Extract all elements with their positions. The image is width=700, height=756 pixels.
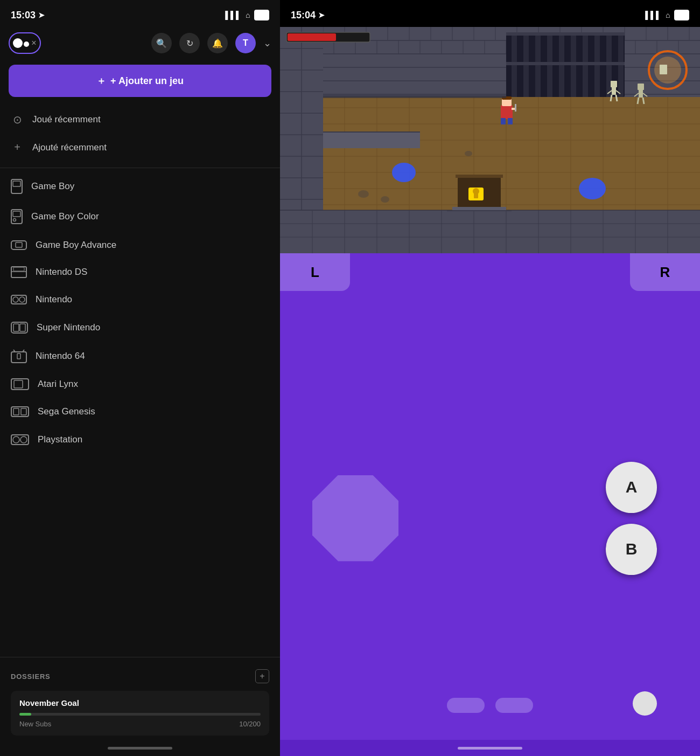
status-icons-right: ▌▌▌ ⌂ 93 <box>645 10 689 20</box>
logo-circle-right <box>24 41 29 47</box>
status-bar-left: 15:03 ➤ ▌▌▌ ⌂ 93 <box>0 0 280 27</box>
svg-point-172 <box>358 190 369 198</box>
select-button[interactable] <box>447 698 485 713</box>
goal-title: November Goal <box>19 698 261 708</box>
r-button-label: R <box>660 264 670 281</box>
nav-section: ⊙ Joué récemment + Ajouté récemment <box>0 102 280 164</box>
signal-icon-right: ▌▌▌ <box>645 11 661 19</box>
time-left: 15:03 <box>11 10 36 21</box>
home-circle-button[interactable] <box>633 691 657 716</box>
console-item-atari-lynx[interactable]: Atari Lynx <box>0 371 280 398</box>
console-item-playstation[interactable]: Playstation <box>0 426 280 454</box>
goal-count: 10/200 <box>239 720 261 728</box>
divider-2 <box>0 657 280 657</box>
home-indicator-left <box>0 740 280 756</box>
svg-rect-110 <box>506 62 625 65</box>
nintendo-icon <box>11 293 27 306</box>
dpad[interactable] <box>312 475 398 561</box>
chevron-down-button[interactable]: ⌄ <box>263 37 271 49</box>
logo-button[interactable]: × <box>9 32 41 54</box>
nav-item-recent-played[interactable]: ⊙ Joué récemment <box>0 106 280 134</box>
time-right: 15:04 <box>291 10 316 21</box>
avatar-button[interactable]: T <box>235 33 256 53</box>
logo-circles <box>13 38 29 48</box>
console-label-playstation: Playstation <box>38 434 82 445</box>
svg-rect-109 <box>506 32 625 36</box>
svg-rect-26 <box>13 436 19 443</box>
close-icon[interactable]: × <box>31 38 36 48</box>
bell-button[interactable]: 🔔 <box>207 33 228 53</box>
svg-rect-162 <box>639 89 643 98</box>
start-button[interactable] <box>495 698 533 713</box>
goal-footer: New Subs 10/200 <box>19 720 261 728</box>
svg-rect-9 <box>13 267 24 271</box>
svg-line-164 <box>643 98 644 104</box>
avatar-label: T <box>243 38 248 48</box>
console-label-nds: Nintendo DS <box>36 267 87 278</box>
atari-lynx-icon <box>11 378 29 390</box>
l-button-label: L <box>311 264 319 281</box>
gba-icon <box>11 239 27 251</box>
battery-left: 93 <box>254 10 269 20</box>
svg-rect-152 <box>508 118 513 124</box>
svg-point-170 <box>392 163 416 182</box>
svg-rect-154 <box>515 104 516 112</box>
divider-1 <box>0 168 280 168</box>
home-indicator-right <box>280 740 700 756</box>
svg-point-174 <box>465 151 472 156</box>
console-label-atari-lynx: Atari Lynx <box>38 379 78 390</box>
svg-rect-3 <box>13 211 20 217</box>
svg-rect-21 <box>14 380 23 388</box>
l-button[interactable]: L <box>280 253 350 291</box>
location-icon-left: ➤ <box>38 11 45 19</box>
svg-rect-142 <box>456 175 503 178</box>
search-button[interactable]: 🔍 <box>151 33 172 53</box>
b-button[interactable]: B <box>606 524 657 575</box>
svg-rect-156 <box>612 86 616 95</box>
nav-item-recently-added[interactable]: + Ajouté récemment <box>0 134 280 161</box>
console-item-nds[interactable]: Nintendo DS <box>0 259 280 286</box>
console-item-gameboy[interactable]: Game Boy <box>0 171 280 202</box>
wifi-icon-left: ⌂ <box>246 11 250 19</box>
status-time-right: 15:04 ➤ <box>291 10 325 21</box>
logo-circle-left <box>13 38 23 48</box>
console-item-nintendo[interactable]: Nintendo <box>0 286 280 314</box>
refresh-button[interactable]: ↻ <box>179 33 200 53</box>
signal-icon-left: ▌▌▌ <box>225 11 241 19</box>
nav-label-recently-added: Ajouté récemment <box>32 142 107 153</box>
dossiers-add-button[interactable]: + <box>255 669 269 683</box>
refresh-icon: ↻ <box>186 38 193 48</box>
a-button[interactable]: A <box>606 462 657 513</box>
console-item-snes[interactable]: Super Nintendo <box>0 314 280 342</box>
n64-icon <box>11 349 27 363</box>
svg-rect-27 <box>20 436 27 443</box>
bell-icon: 🔔 <box>212 38 223 48</box>
dossiers-title: DOSSIERS <box>11 672 51 681</box>
game-screen <box>280 27 700 253</box>
svg-rect-148 <box>501 105 513 119</box>
nds-icon <box>11 266 27 278</box>
svg-rect-145 <box>474 193 478 198</box>
status-time-left: 15:03 ➤ <box>11 10 45 21</box>
add-game-button[interactable]: ＋ + Ajouter un jeu <box>9 65 271 97</box>
console-label-gameboy-color: Game Boy Color <box>31 211 99 222</box>
svg-rect-19 <box>17 353 20 359</box>
console-item-gameboy-color[interactable]: Game Boy Color <box>0 202 280 232</box>
svg-rect-1 <box>13 181 20 186</box>
gameboy-color-icon <box>11 209 23 224</box>
console-item-sega-genesis[interactable]: Sega Genesis <box>0 398 280 426</box>
battery-right: 93 <box>674 10 689 20</box>
svg-point-168 <box>654 57 681 84</box>
top-bar: × 🔍 ↻ 🔔 T ⌄ <box>0 27 280 59</box>
center-buttons <box>447 698 533 713</box>
controller-main: A B <box>280 296 700 740</box>
console-label-gba: Game Boy Advance <box>36 240 116 251</box>
svg-rect-25 <box>11 435 29 445</box>
svg-point-173 <box>381 196 389 203</box>
game-canvas <box>280 27 700 253</box>
svg-rect-147 <box>447 210 512 211</box>
r-button[interactable]: R <box>630 253 700 291</box>
console-item-n64[interactable]: Nintendo 64 <box>0 342 280 371</box>
svg-line-158 <box>616 95 617 101</box>
console-item-gba[interactable]: Game Boy Advance <box>0 232 280 259</box>
